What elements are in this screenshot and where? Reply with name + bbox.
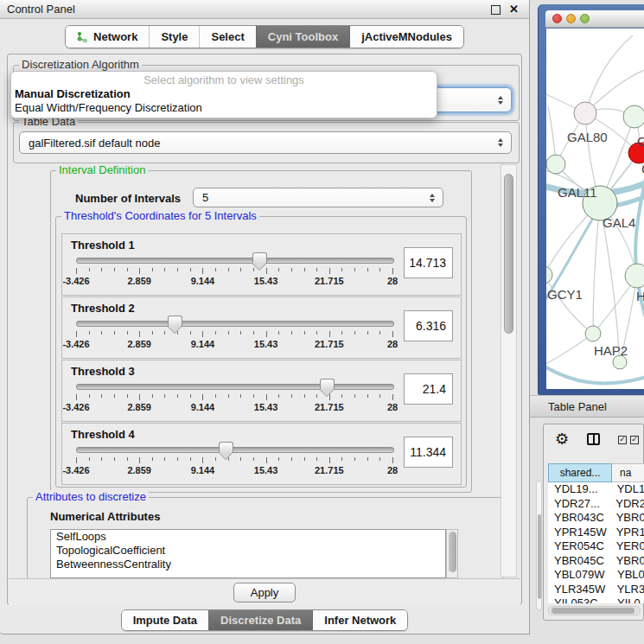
slider-tick [89,268,90,271]
table-row[interactable]: YER054CYER0 [548,539,644,554]
network-node[interactable] [546,155,565,174]
table-data-combobox[interactable]: galFiltered.sif default node [19,131,512,154]
cell-name: YIL0 [612,596,641,603]
number-of-intervals-combobox[interactable]: 5 [193,188,443,207]
tab-network[interactable]: Network [66,26,149,48]
scrollbar-thumb[interactable] [552,608,634,614]
tab-cyni-toolbox[interactable]: Cyni Toolbox [256,26,349,48]
slider-tick [164,331,165,335]
table-row[interactable]: YBR045CYBR0 [548,554,644,569]
threshold-value-field[interactable]: 14.713 [404,247,453,278]
attribute-item-selfloops[interactable]: SelfLoops [51,530,445,544]
attribute-item-betweennesscentrality[interactable]: BetweennessCentrality [51,558,445,571]
network-edge[interactable] [546,334,593,369]
threshold-value-field[interactable]: 11.344 [404,437,453,468]
tab-discretize-data[interactable]: Discretize Data [208,610,312,630]
close-light[interactable] [552,14,562,23]
slider-track[interactable] [76,384,394,390]
table-row[interactable]: YLR345WYLR3 [548,583,644,597]
tab-impute-data[interactable]: Impute Data [122,610,208,630]
slider-tick [101,331,102,335]
column-header-na[interactable]: na [612,463,644,482]
column-visibility-icon[interactable]: ✓ [618,436,627,444]
network-canvas[interactable]: GAL80GACGAL11GAL4GCY1HHAP2 [546,29,644,389]
table-row[interactable]: YPR145WYPR1 [548,526,644,540]
network-node[interactable] [585,326,601,341]
slider-tick [89,457,90,461]
threshold-value-field[interactable]: 6.316 [404,310,453,341]
table-row[interactable]: YBL079WYBL0 [548,568,644,583]
slider-tick [304,331,305,335]
slider-tick [139,457,140,463]
slider-track[interactable] [76,258,394,264]
slider-tick [240,394,241,398]
threshold-value-field[interactable]: 21.4 [404,373,453,405]
cell-shared-name: YIL053C [548,596,612,603]
network-window-titlebar[interactable] [545,10,644,28]
slider-tick [379,394,380,398]
scrollbar-thumb[interactable] [449,532,456,572]
table-horizontal-scrollbar[interactable] [548,606,641,615]
slider-thumb[interactable] [320,379,335,389]
table-row[interactable]: YDL19...YDL1 [548,482,644,497]
table-data-value: galFiltered.sif default node [29,137,160,150]
combo-arrows-icon [498,138,503,147]
slider-tick [152,268,153,271]
slider-tick [291,331,292,335]
panel-vertical-scrollbar[interactable] [501,164,517,577]
network-edge[interactable] [593,203,600,334]
slider-track[interactable] [76,447,394,453]
combo-arrows-icon [498,96,503,105]
dropdown-option-equal-width-frequency-discretization[interactable]: Equal Width/Frequency Discretization [11,101,437,115]
attributes-list-scrollbar[interactable] [446,529,458,578]
cell-shared-name: YDL19... [548,482,612,497]
network-edge-highlighted[interactable] [546,359,644,383]
dropdown-option-manual-discretization[interactable]: Manual Discretization [11,87,437,101]
threshold-label: Threshold 3 [71,365,135,378]
column-header-shared[interactable]: shared... [548,463,612,482]
scrollbar-thumb[interactable] [538,514,541,599]
slider-tick [101,457,102,461]
minimize-light[interactable] [566,14,576,23]
network-node[interactable] [574,102,596,124]
slider-track[interactable] [76,321,394,327]
tab-infer-network[interactable]: Infer Network [312,610,407,630]
table-panel-window: ⚙✓✓ shared...na YDL19...YDL1YDR27...YDR2… [543,424,644,621]
network-node[interactable] [623,105,644,128]
slider-thumb[interactable] [168,316,182,326]
network-edge[interactable] [546,275,593,334]
column-visibility-icon[interactable]: ✓ [630,436,639,444]
split-columns-icon[interactable] [587,433,600,445]
tab-style[interactable]: Style [149,26,199,48]
table-row[interactable]: YIL053CYIL0 [548,596,644,603]
slider-tick [127,268,128,271]
close-panel-icon[interactable]: ✕ [509,5,519,14]
table-row[interactable]: YDR27...YDR2 [548,497,644,512]
slider-tick [392,457,393,463]
numerical-attributes-list[interactable]: SelfLoopsTopologicalCoefficientBetweenne… [50,529,446,578]
tab-jactivemnodules[interactable]: jActiveMNodules [349,26,463,48]
slider-tick [278,457,279,461]
table-row[interactable]: YBR043CYBR0 [548,511,644,526]
zoom-light[interactable] [580,14,590,23]
apply-button[interactable]: Apply [233,583,296,603]
network-node[interactable] [625,264,644,288]
node-label: GAL4 [603,215,635,230]
settings-gear-icon[interactable]: ⚙ [555,430,569,449]
slider-tick [190,331,191,335]
table-vertical-scrollbar[interactable] [536,481,542,610]
slider-tick [291,394,292,398]
float-window-icon[interactable] [491,5,501,15]
tab-label: Network [93,30,137,43]
slider-thumb[interactable] [219,442,233,452]
tab-select[interactable]: Select [199,26,255,48]
scrollbar-thumb[interactable] [504,174,513,334]
cell-shared-name: YER054C [548,539,611,554]
slider-thumb[interactable] [252,252,267,263]
cell-name: YLR3 [612,583,644,597]
network-node[interactable] [546,266,552,284]
network-edge[interactable] [585,35,633,113]
slider-tick [76,331,77,337]
attribute-item-topologicalcoefficient[interactable]: TopologicalCoefficient [51,544,445,558]
slider-tick [240,268,241,271]
